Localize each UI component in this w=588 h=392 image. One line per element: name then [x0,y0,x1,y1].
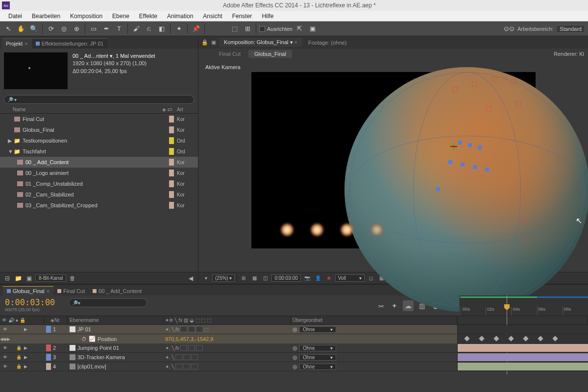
keyframe-track[interactable] [457,334,588,343]
project-item[interactable]: 01 _Comp_UnstabilizedKor [0,178,198,189]
disclosure-arrow-icon[interactable]: ▶ [23,354,28,360]
label-color[interactable] [169,126,174,133]
col-type[interactable]: Art [177,107,194,112]
track-point[interactable] [473,165,477,169]
menu-ansicht[interactable]: Ansicht [198,12,226,21]
keyframe-icon[interactable] [508,336,514,341]
lock-toggle-icon[interactable] [16,326,22,332]
tab-footage[interactable]: Footage: (ohne) [303,38,351,47]
tab-composition[interactable]: Komposition: Globus_Final ▾ × [219,38,302,47]
project-item[interactable]: 02 _Cam_StabilizedKor [0,189,198,200]
layer-track[interactable] [457,353,588,362]
renderer-value[interactable]: Kl [579,51,584,57]
layer-switches[interactable]: ✦. ╲ [163,362,291,371]
new-comp-icon[interactable]: ▣ [24,274,33,283]
timeline-layer-row[interactable]: 👁▶1JP 01✦. ╲ fx ⬚◎ Ohne▾ [0,325,588,334]
keyframe-icon[interactable] [538,336,543,341]
layer-track[interactable] [457,343,588,352]
timeline-layer-row[interactable]: 👁🔒▶33D-Tracker-Kamera✦. ╲ ◎ Ohne▾ [0,353,588,362]
current-time-display[interactable]: 0:00:03:00 [271,274,300,282]
keyframe-icon[interactable] [552,336,558,341]
graph-icon[interactable]: 📈 [89,336,96,342]
search-help-icon[interactable]: ⊙⊙ [504,24,514,34]
3d-layer-icon[interactable]: ⬚ [204,327,208,332]
draft-3d-icon[interactable]: ✦ [389,300,400,311]
viewer-canvas[interactable] [251,72,536,248]
timeline-ruler[interactable]: :00s 02s 04s 06s 08s [460,295,588,316]
eraser-tool-icon[interactable]: ◧ [156,24,167,34]
work-area-bar[interactable] [460,296,588,298]
selection-tool-icon[interactable]: ↖ [3,24,14,34]
label-color[interactable] [169,180,174,187]
timeline-layer-row[interactable]: 👁🔒▶2Jumping Point 01✦. ╲ fx ◎ Ohne▾ [0,343,588,353]
zoom-dropdown[interactable]: (25%) ▾ [212,274,235,282]
menu-ebene[interactable]: Ebene [108,12,134,21]
disclosure-arrow-icon[interactable]: ▶ [23,364,28,369]
pickwhip-icon[interactable]: ◎ [293,345,297,351]
delete-icon[interactable]: 🗑 [68,274,77,283]
layer-track[interactable] [457,362,588,371]
project-item[interactable]: 00 _ Add_ContentKor [0,157,198,168]
type-tool-icon[interactable]: T [114,24,124,34]
track-point[interactable] [461,163,465,167]
keyframe-icon[interactable] [523,336,528,341]
layer-color-swatch[interactable] [46,363,51,370]
local-axis-icon[interactable]: ⬚ [229,24,240,34]
track-point[interactable] [485,168,489,172]
timeline-layer-row[interactable]: 👁🔒▶4[clip01.mov]✦. ╲ ◎ Ohne▾ [0,362,588,371]
project-item[interactable]: Final CutKor [0,114,198,124]
pickwhip-icon[interactable]: ◎ [293,354,297,361]
menu-animation[interactable]: Animation [163,12,197,21]
pickwhip-icon[interactable]: ◎ [293,364,297,370]
parent-dropdown[interactable]: Ohne▾ [299,345,336,351]
new-folder-icon[interactable]: 📁 [14,274,23,283]
col-name[interactable]: Name [4,107,162,112]
close-icon[interactable]: × [24,41,27,47]
disclosure-arrow-icon[interactable]: ▶ [23,345,28,351]
project-tree[interactable]: Final CutKorGlobus_FinalKor▶📁Testkomposi… [0,114,198,272]
tab-effect-controls[interactable]: Effekteinstellungen: JP 01 [32,38,108,49]
viewer-area[interactable]: Aktive Kamera [198,59,588,272]
property-value[interactable]: 970,5,457,3,-1542,9 [165,336,213,342]
project-item[interactable]: Globus_FinalKor [0,124,198,135]
zoom-tool-icon[interactable]: 🔍 [28,24,39,34]
hand-tool-icon[interactable]: ✋ [16,24,26,34]
tl-tab-addcontent[interactable]: 00 _ Add_Content [89,287,146,295]
parent-dropdown[interactable]: Ohne▾ [299,364,336,370]
pan-behind-tool-icon[interactable]: ⊕ [71,24,82,34]
menu-komposition[interactable]: Komposition [66,12,107,21]
visibility-toggle-icon[interactable]: 👁 [2,345,8,351]
solo-toggle-icon[interactable] [9,354,15,360]
clone-tool-icon[interactable]: ⎌ [144,24,154,34]
timeline-timecode[interactable]: 0:00:03:00 [5,297,64,307]
roi-icon[interactable]: ◻ [367,274,375,283]
keyframe-icon[interactable] [493,336,499,341]
layer-switches[interactable]: ✦. ╲ fx [163,343,291,352]
menu-hilfe[interactable]: Hilfe [257,12,278,21]
resolution-icon[interactable]: ⊞ [239,274,248,283]
menu-fenster[interactable]: Fenster [228,12,257,21]
layer-clip[interactable] [458,353,588,361]
tl-tab-globus[interactable]: Globus_Final× [3,286,53,295]
label-color[interactable] [169,170,174,176]
comp-flowchart-icon[interactable]: ⫘ [375,300,386,311]
lock-toggle-icon[interactable]: 🔒 [16,354,22,360]
close-icon[interactable]: × [47,288,49,294]
show-channel-icon[interactable]: 👤 [314,274,322,283]
menu-datei[interactable]: Datei [4,12,26,21]
roto-tool-icon[interactable]: ✦ [173,24,184,34]
tl-tab-finalcut[interactable]: Final Cut [53,287,89,295]
brush-tool-icon[interactable]: 🖌 [131,24,142,34]
3d-axis-gizmo[interactable] [450,143,457,150]
label-color[interactable] [169,191,174,198]
label-color[interactable] [169,202,174,209]
hide-shy-icon[interactable]: ☁ [403,300,414,311]
layer-switches[interactable]: ✦. ╲ [163,353,291,362]
rectangle-tool-icon[interactable]: ▭ [88,24,99,34]
mask-icon[interactable]: ◫ [261,274,270,283]
transparency-grid-icon[interactable]: ▦ [250,274,259,283]
puppet-tool-icon[interactable]: 📌 [191,24,201,34]
visibility-toggle-icon[interactable]: 👁 [2,354,8,360]
lock-icon[interactable]: 🔒 [201,39,208,46]
solo-toggle-icon[interactable] [9,364,15,369]
